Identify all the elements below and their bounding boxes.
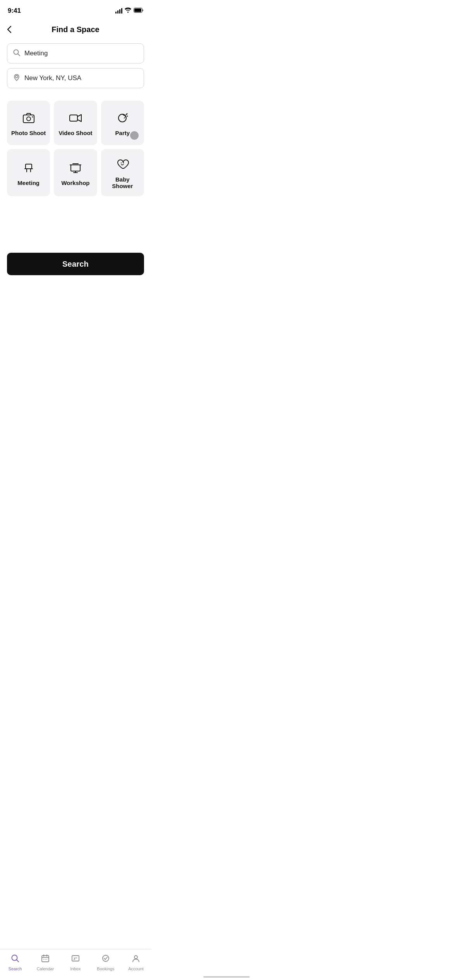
content-spacer — [0, 200, 151, 239]
page-title: Find a Space — [51, 25, 99, 34]
category-photo-shoot[interactable]: Photo Shoot — [7, 101, 50, 145]
status-time: 9:41 — [8, 7, 21, 15]
baby-shower-label: Baby Shower — [105, 176, 140, 189]
category-video-shoot[interactable]: Video Shoot — [54, 101, 97, 145]
photo-shoot-icon — [22, 111, 36, 125]
battery-icon — [134, 7, 143, 14]
video-shoot-icon — [69, 111, 82, 125]
video-shoot-label: Video Shoot — [58, 130, 92, 136]
meeting-icon — [22, 161, 36, 175]
status-icons — [115, 7, 143, 14]
search-input[interactable] — [24, 50, 138, 57]
search-icon — [13, 49, 21, 58]
svg-point-14 — [75, 163, 76, 164]
baby-shower-icon — [115, 158, 129, 171]
svg-rect-12 — [26, 164, 32, 169]
party-touch-indicator — [130, 131, 139, 140]
meeting-label: Meeting — [17, 180, 39, 186]
workshop-label: Workshop — [61, 180, 89, 186]
svg-rect-13 — [71, 165, 80, 171]
signal-icon — [115, 8, 122, 14]
workshop-icon — [69, 161, 82, 175]
location-input[interactable] — [24, 74, 138, 82]
location-icon — [13, 74, 21, 83]
svg-point-5 — [27, 117, 31, 121]
category-party[interactable]: Party — [101, 101, 144, 145]
svg-point-8 — [118, 114, 126, 122]
input-container — [0, 39, 151, 97]
photo-shoot-label: Photo Shoot — [11, 130, 46, 136]
svg-point-3 — [15, 75, 18, 78]
svg-point-10 — [127, 116, 128, 117]
svg-point-11 — [127, 113, 128, 115]
party-label: Party — [115, 130, 130, 136]
category-meeting[interactable]: Meeting — [7, 149, 50, 196]
back-button[interactable] — [7, 26, 12, 33]
status-bar: 9:41 — [0, 0, 151, 19]
search-input-box[interactable] — [7, 43, 144, 63]
svg-point-16 — [123, 163, 124, 163]
search-button-container: Search — [0, 247, 151, 280]
location-input-box[interactable] — [7, 68, 144, 88]
svg-rect-7 — [70, 115, 77, 121]
category-baby-shower[interactable]: Baby Shower — [101, 149, 144, 196]
svg-rect-1 — [134, 9, 141, 12]
category-workshop[interactable]: Workshop — [54, 149, 97, 196]
svg-point-15 — [121, 163, 122, 163]
category-grid: Photo Shoot Video Shoot Party Me — [0, 97, 151, 200]
wifi-icon — [125, 7, 131, 14]
svg-point-6 — [32, 117, 33, 118]
party-icon — [115, 111, 129, 125]
header: Find a Space — [0, 19, 151, 39]
search-button[interactable]: Search — [7, 253, 144, 275]
svg-rect-4 — [23, 115, 34, 123]
